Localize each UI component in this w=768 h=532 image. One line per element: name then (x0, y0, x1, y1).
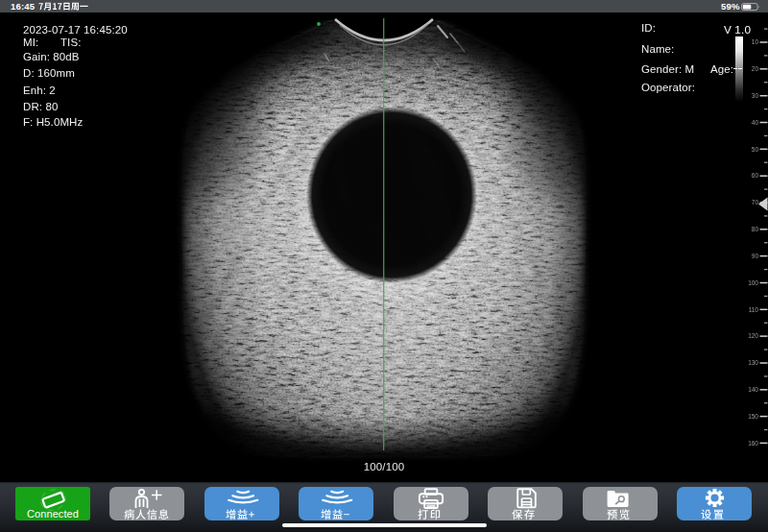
svg-text:150: 150 (748, 413, 758, 420)
svg-text:10: 10 (752, 38, 759, 45)
svg-text:130: 130 (748, 359, 758, 366)
svg-text:30: 30 (752, 92, 759, 99)
svg-text:120: 120 (748, 332, 758, 339)
svg-text:60: 60 (752, 172, 759, 179)
svg-text:80: 80 (752, 226, 759, 232)
svg-text:90: 90 (752, 253, 759, 259)
svg-text:40: 40 (752, 119, 759, 126)
svg-text:140: 140 (748, 386, 758, 393)
svg-text:160: 160 (748, 440, 758, 447)
svg-text:70: 70 (752, 199, 759, 206)
svg-text:20: 20 (752, 65, 759, 72)
svg-text:110: 110 (749, 306, 759, 313)
svg-text:100: 100 (748, 279, 758, 286)
svg-text:50: 50 (752, 146, 759, 153)
